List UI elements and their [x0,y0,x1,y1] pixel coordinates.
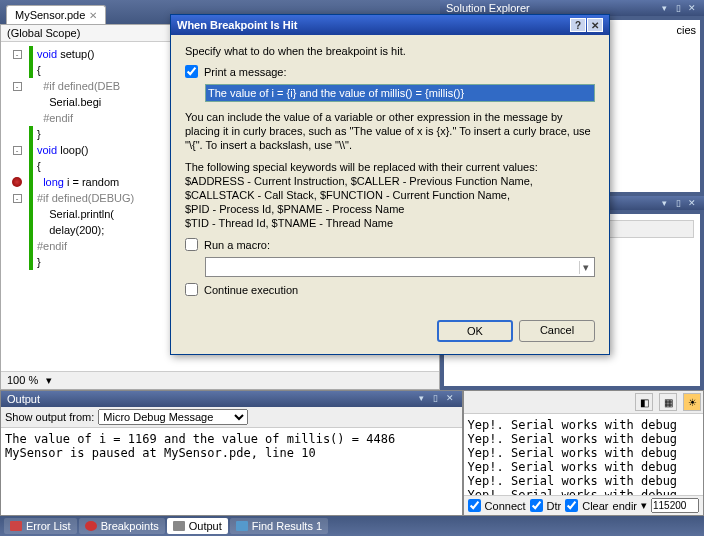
tab-error-list[interactable]: Error List [4,518,77,534]
output-text[interactable]: The value of i = 1169 and the value of m… [1,428,462,515]
connect-checkbox[interactable] [468,499,481,512]
continue-execution-checkbox[interactable]: Continue execution [185,283,595,296]
serial-toolbar: ◧ ▦ ☀ [464,391,703,414]
print-message-checkbox[interactable]: Print a message: [185,65,595,78]
print-message-input[interactable] [205,84,595,102]
file-tab[interactable]: MySensor.pde ✕ [6,5,106,24]
tab-find-results[interactable]: Find Results 1 [230,518,328,534]
close-icon[interactable]: ✕ [89,10,97,21]
help-text: You can include the value of a variable … [185,110,595,152]
chevron-down-icon: ▾ [579,261,592,274]
help-icon[interactable]: ? [570,18,586,32]
dialog-intro: Specify what to do when the breakpoint i… [185,45,595,57]
breakpoint-hit-dialog: When Breakpoint Is Hit ? ✕ Specify what … [170,14,610,355]
tab-label: MySensor.pde [15,9,85,21]
close-icon[interactable]: ✕ [686,3,698,13]
ok-button[interactable]: OK [437,320,513,342]
tab-breakpoints[interactable]: Breakpoints [79,518,165,534]
close-icon[interactable]: ✕ [587,18,603,32]
tool-icon[interactable]: ▦ [659,393,677,411]
keywords-text: The following special keywords will be r… [185,160,595,230]
baud-input[interactable] [651,498,699,513]
pin-icon[interactable]: ▯ [672,3,684,13]
clear-checkbox[interactable] [565,499,578,512]
show-output-label: Show output from: [5,411,94,423]
tool-icon[interactable]: ◧ [635,393,653,411]
dropdown-icon[interactable]: ▾ [416,393,428,403]
close-icon[interactable]: ✕ [686,198,698,208]
pin-icon[interactable]: ▯ [672,198,684,208]
footer-tabs: Error List Breakpoints Output Find Resul… [0,516,704,536]
dtr-checkbox[interactable] [530,499,543,512]
run-macro-checkbox[interactable]: Run a macro: [185,238,595,251]
output-title: Output ▾ ▯ ✕ [1,391,462,407]
zoom-level: 100 % [7,374,38,387]
cancel-button[interactable]: Cancel [519,320,595,342]
close-icon[interactable]: ✕ [444,393,456,403]
serial-monitor[interactable]: Yep!. Serial works with debug Yep!. Seri… [464,414,703,495]
macro-dropdown[interactable]: ▾ [205,257,595,277]
dialog-titlebar[interactable]: When Breakpoint Is Hit ? ✕ [171,15,609,35]
pin-icon[interactable]: ▯ [430,393,442,403]
dialog-title: When Breakpoint Is Hit [177,19,297,31]
tab-output[interactable]: Output [167,518,228,534]
dropdown-icon[interactable]: ▾ [658,198,670,208]
editor-status: 100 %▾ [1,371,439,389]
tool-icon[interactable]: ☀ [683,393,701,411]
dropdown-icon[interactable]: ▾ [658,3,670,13]
output-source-select[interactable]: Micro Debug Message [98,409,248,425]
